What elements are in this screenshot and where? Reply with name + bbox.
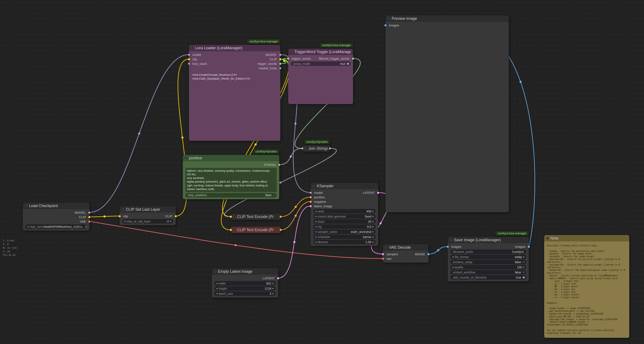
combo-prev-icon[interactable]: ◀: [27, 226, 28, 228]
input-port-vae[interactable]: [382, 258, 384, 260]
combo-next-icon[interactable]: ▶: [272, 292, 274, 295]
node-join-strings[interactable]: comfyui-kjnodes Join Strings: [302, 145, 330, 152]
node-titlebar[interactable]: Join Strings: [302, 145, 330, 152]
widget-add-counter-to-filename[interactable]: add_counter_to_filename true: [450, 275, 526, 280]
widget-lossless-webp[interactable]: lossless_webp false: [450, 260, 526, 264]
input-port-latent-image[interactable]: [310, 205, 312, 207]
widget-sampler-name[interactable]: ◀ sampler_name euler_ancestral ▶: [313, 230, 376, 234]
combo-prev-icon[interactable]: ◀: [315, 226, 316, 228]
output-port-vae[interactable]: [88, 220, 90, 223]
input-port-samples[interactable]: [382, 253, 384, 255]
widget-height[interactable]: ◀ height 1216 ▶: [214, 286, 276, 291]
input-port-clip[interactable]: [230, 216, 232, 218]
combo-next-icon[interactable]: ▶: [372, 215, 374, 218]
node-titlebar[interactable]: KSampler: [310, 183, 378, 189]
widget-steps[interactable]: ◀ steps 20 ▶: [313, 219, 376, 224]
collapse-dot-icon[interactable]: [25, 205, 27, 207]
toggle-knob-icon[interactable]: [522, 261, 525, 263]
collapse-dot-icon[interactable]: [191, 47, 194, 49]
input-port-model[interactable]: [310, 192, 312, 194]
node-ksampler[interactable]: KSampler model LATENT positive negative …: [310, 183, 378, 246]
combo-next-icon[interactable]: ▶: [85, 226, 87, 228]
widget-ckpt-name[interactable]: ◀ ckpt_name ilwaiNSFWIllustrious_v110.s.…: [26, 224, 87, 229]
input-port-negative[interactable]: [310, 201, 312, 203]
input-port-images[interactable]: [384, 24, 386, 26]
node-titlebar[interactable]: VAE Decode: [383, 244, 428, 250]
collapse-dot-icon[interactable]: [233, 229, 235, 231]
input-port-clip[interactable]: [188, 58, 190, 60]
output-port-model[interactable]: [279, 54, 281, 56]
widget-quality[interactable]: ◀ quality 100 ▶: [450, 265, 526, 269]
combo-prev-icon[interactable]: ◀: [216, 282, 218, 284]
combo-next-icon[interactable]: ▶: [372, 226, 374, 228]
node-titlebar[interactable]: TriggerWord Toggle (LoraManager): [288, 48, 353, 55]
input-port-images[interactable]: [447, 246, 449, 248]
widget-stop-at-clip-layer[interactable]: ◀ stop_at_clip_layer -2 ▶: [122, 219, 173, 224]
node-load-checkpoint[interactable]: Load Checkpoint MODEL CLIP VAE ◀ ckpt_na…: [23, 202, 90, 230]
note-textarea[interactable]: Available filename_prefix Pattern Codes …: [544, 243, 629, 336]
widget-filename-prefix[interactable]: filename_prefix ComfyUI: [450, 250, 526, 254]
widget-seed[interactable]: ◀ seed 409 ▶: [313, 209, 376, 214]
widget-control-after-generate[interactable]: ◀ control after generate fixed ▶: [313, 214, 376, 218]
collapse-dot-icon[interactable]: [185, 157, 187, 159]
node-titlebar[interactable]: CLIP Set Last Layer: [120, 206, 176, 213]
node-note[interactable]: Note Available filename_prefix Pattern C…: [544, 235, 629, 320]
combo-prev-icon[interactable]: ◀: [315, 220, 316, 223]
node-preview-image[interactable]: Preview Image images: [386, 15, 509, 212]
node-positive-prompt[interactable]: comfyui-kjnodes positive STRING highres,…: [183, 155, 279, 196]
collapse-dot-icon[interactable]: [122, 208, 124, 211]
node-graph-canvas[interactable]: Load Checkpoint MODEL CLIP VAE ◀ ckpt_na…: [0, 0, 644, 344]
combo-next-icon[interactable]: ▶: [372, 210, 374, 212]
combo-next-icon[interactable]: ▶: [372, 220, 374, 223]
node-vae-decode[interactable]: VAE Decode samples IMAGE vae: [383, 244, 428, 262]
output-port-trigger-words[interactable]: [279, 63, 281, 65]
output-port-conditioning[interactable]: [280, 216, 282, 218]
combo-next-icon[interactable]: ▶: [170, 220, 172, 222]
combo-prev-icon[interactable]: ◀: [315, 241, 316, 243]
prompt-textarea[interactable]: highres, very detailed, amazing quality,…: [185, 168, 277, 192]
node-save-image[interactable]: comfyui-lora-manager Save Image (LoraMan…: [448, 237, 529, 281]
node-titlebar[interactable]: Note: [544, 235, 629, 242]
widget-denoise[interactable]: ◀ denoise 1.00 ▶: [313, 240, 376, 244]
widget-file-format[interactable]: ◀ file_format webp ▶: [450, 255, 526, 259]
node-clip-text-encode-positive[interactable]: CLIP Text Encode (Pr: [231, 214, 281, 220]
collapse-dot-icon[interactable]: [290, 51, 293, 53]
output-port-conditioning[interactable]: [280, 229, 282, 231]
node-titlebar[interactable]: Save Image (LoraManager): [448, 237, 529, 243]
widget-group-mode[interactable]: group_mode true: [291, 62, 350, 66]
input-port-positive[interactable]: [310, 196, 312, 198]
input-port-trigger-words[interactable]: [287, 58, 289, 60]
output-port-clip[interactable]: [88, 216, 90, 218]
combo-next-icon[interactable]: ▶: [523, 256, 525, 258]
collapse-dot-icon[interactable]: [304, 147, 307, 150]
collapse-dot-icon[interactable]: [388, 18, 390, 20]
node-triggerword-toggle[interactable]: comfyui-lora-manager TriggerWord Toggle …: [288, 48, 353, 104]
combo-prev-icon[interactable]: ◀: [216, 292, 218, 295]
node-titlebar[interactable]: positive: [183, 155, 279, 161]
combo-prev-icon[interactable]: ◀: [315, 230, 316, 233]
lora-syntax-text[interactable]: <lora:CreateConcept_Illustrious:0.8> <lo…: [189, 70, 280, 83]
input-port-clip[interactable]: [230, 229, 232, 231]
toggle-knob-icon[interactable]: [273, 194, 275, 196]
input-port-model[interactable]: [188, 54, 190, 56]
node-titlebar[interactable]: Empty Latent Image: [212, 268, 278, 275]
combo-prev-icon[interactable]: ◀: [315, 215, 316, 218]
node-titlebar[interactable]: CLIP Text Encode (Pr: [231, 227, 281, 233]
combo-next-icon[interactable]: ▶: [523, 266, 525, 268]
node-titlebar[interactable]: Load Checkpoint: [23, 202, 90, 209]
output-port-latent[interactable]: [277, 277, 279, 280]
output-port-image[interactable]: [428, 253, 430, 255]
combo-next-icon[interactable]: ▶: [372, 236, 374, 238]
node-titlebar[interactable]: Preview Image: [386, 15, 509, 22]
toggle-knob-icon[interactable]: [347, 63, 349, 65]
output-port-images[interactable]: [528, 246, 530, 248]
output-port-string[interactable]: [329, 147, 331, 150]
node-clip-set-last-layer[interactable]: CLIP Set Last Layer clip CLIP ◀ stop_at_…: [120, 206, 176, 225]
combo-prev-icon[interactable]: ◀: [452, 266, 454, 268]
toggle-knob-icon[interactable]: [522, 276, 525, 278]
combo-prev-icon[interactable]: ◀: [124, 220, 126, 222]
output-port-string[interactable]: [278, 164, 280, 166]
combo-next-icon[interactable]: ▶: [372, 230, 374, 233]
output-port-model[interactable]: [88, 212, 90, 214]
toggle-knob-icon[interactable]: [522, 271, 525, 274]
